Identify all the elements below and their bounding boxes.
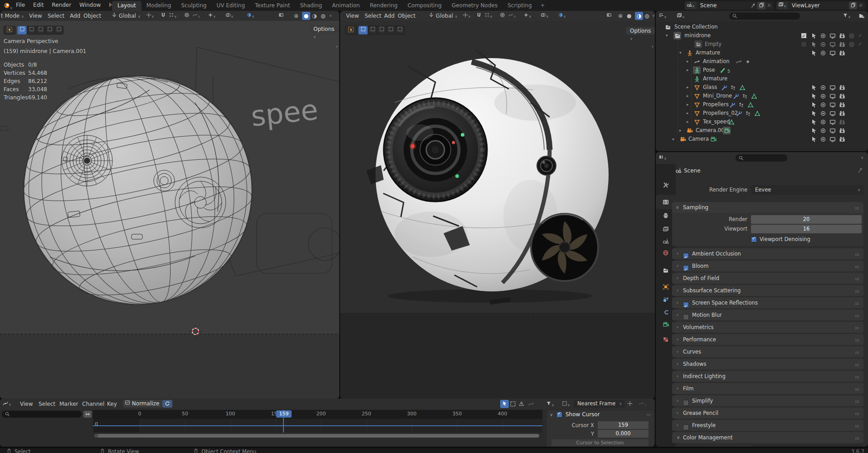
selectable-icon[interactable] (811, 102, 817, 108)
panel-grip-icon[interactable] (854, 289, 860, 294)
panel-grip-icon[interactable] (854, 423, 860, 429)
holdout-icon[interactable] (848, 41, 855, 48)
xray-toggle[interactable] (278, 11, 284, 21)
section-motion-blur[interactable]: ›Motion Blur (672, 310, 863, 320)
xray-toggle[interactable] (606, 11, 612, 21)
expand-channels-button[interactable]: ↔ (83, 411, 92, 418)
tab-object[interactable] (663, 284, 669, 291)
panel-grip-icon[interactable] (854, 411, 860, 417)
hide-viewport-icon[interactable] (820, 41, 826, 48)
expand-icon[interactable]: ▸ (687, 92, 689, 100)
editor-type-dropdown[interactable]: ∨ (658, 154, 667, 161)
tab-render[interactable] (663, 199, 669, 206)
hide-viewport-icon[interactable] (820, 84, 826, 91)
section-film[interactable]: ›Film (672, 383, 863, 394)
view-menu[interactable]: View (29, 11, 42, 21)
expand-icon[interactable]: ▾ (679, 49, 682, 57)
select-box-tool-button[interactable] (358, 26, 368, 34)
tab-scripting[interactable]: Scripting (502, 1, 536, 11)
select-subtract-tool-button[interactable] (377, 26, 386, 34)
panel-grip-icon[interactable] (854, 374, 860, 380)
rendered-canvas[interactable] (340, 21, 655, 399)
hide-viewport-icon[interactable] (820, 128, 826, 134)
tab-object-data[interactable] (663, 321, 669, 328)
overlays-dropdown[interactable]: ∨ (541, 11, 549, 21)
expand-icon[interactable]: ▾ (666, 31, 668, 40)
outliner-row-camera[interactable]: ▸ Camera (656, 135, 868, 143)
outliner-row-propellers[interactable]: ▸ Propellers (656, 100, 868, 109)
section-checkbox[interactable] (683, 400, 689, 406)
expand-icon[interactable]: ▸ (687, 57, 689, 66)
editor-type-dropdown[interactable]: ∨ (2, 400, 11, 407)
tab-sculpting[interactable]: Sculpting (176, 1, 211, 11)
section-shadows[interactable]: ›Shadows (672, 359, 863, 369)
view-menu[interactable]: View (20, 399, 33, 409)
outliner-row-mini-drone[interactable]: ▸ Mini_Drone (656, 92, 868, 100)
new-collection-button[interactable] (858, 13, 865, 20)
hide-viewport-icon[interactable] (820, 119, 826, 125)
section-checkbox[interactable] (683, 253, 689, 259)
shading-dropdown[interactable]: ∨ (558, 11, 566, 21)
snap-mode-dropdown[interactable]: Nearest Frame ∨ (574, 400, 624, 408)
tab-output[interactable] (663, 212, 669, 219)
disable-viewports-icon[interactable] (829, 136, 836, 143)
section-volumetrics[interactable]: ›Volumetrics (672, 322, 863, 333)
selectable-icon[interactable] (811, 119, 817, 125)
menu-window[interactable]: Window (75, 0, 105, 11)
selectable-icon[interactable] (811, 93, 817, 99)
snap-toggle[interactable] (476, 11, 482, 21)
outliner-row-minidrone[interactable]: ▾ minidrone ✓ (656, 31, 868, 40)
normalize-toggle[interactable]: Normalize (123, 400, 163, 408)
only-selected-filter-button[interactable] (500, 400, 509, 408)
select-extend-tool-button[interactable] (368, 26, 377, 34)
expand-icon[interactable]: ▸ (687, 118, 689, 126)
tab-texture-paint[interactable]: Texture Paint (250, 1, 295, 11)
panel-grip-icon[interactable] (854, 264, 860, 270)
tab-tool[interactable] (663, 182, 669, 189)
selectable-icon[interactable] (811, 41, 817, 48)
viewport-rendered[interactable]: View Select Add Object Global ∨ ∨ ∨ ∨ ∨ … (340, 11, 655, 399)
disable-render-icon[interactable] (839, 50, 845, 56)
outliner-row-animation[interactable]: ▸ Animation (656, 57, 868, 66)
fcurve-line[interactable] (93, 425, 542, 426)
expand-icon[interactable]: ▸ (679, 126, 682, 135)
selectable-icon[interactable] (811, 136, 817, 143)
properties-options-chevron[interactable]: ∨ (861, 156, 863, 160)
disable-viewports-icon[interactable] (829, 41, 836, 48)
outliner-filter-id-dropdown[interactable]: ∨ (677, 13, 685, 20)
proportional-editing-toggle[interactable] (500, 11, 505, 21)
section-depth-of-field[interactable]: ›Depth of Field (672, 273, 863, 284)
tab-animation[interactable]: Animation (327, 1, 365, 11)
section-bloom[interactable]: ›Bloom (672, 261, 863, 271)
sampling-panel-header[interactable]: ∨ Sampling (672, 202, 863, 213)
panel-grip-icon[interactable] (854, 350, 860, 355)
hide-viewport-icon[interactable] (820, 136, 826, 143)
display-device-dropdown-partial[interactable] (751, 445, 862, 447)
section-color-management[interactable]: ∨Color Management (672, 432, 863, 443)
channel-search-input[interactable] (2, 411, 82, 418)
viewport-denoising-checkbox[interactable] (751, 236, 757, 242)
add-menu[interactable]: Add (70, 11, 80, 21)
auto-normalize-refresh-button[interactable] (162, 400, 172, 408)
menu-file[interactable]: File (12, 0, 29, 11)
tweak-tool-button[interactable] (4, 26, 15, 34)
hide-viewport-icon[interactable] (820, 93, 826, 99)
add-menu[interactable]: Add (384, 11, 395, 21)
select-invert-tool-button[interactable] (386, 26, 395, 34)
selectable-icon[interactable] (811, 128, 817, 134)
selectable-icon[interactable] (811, 110, 817, 117)
sidebar-collapse-arrow[interactable]: ‹ (336, 44, 338, 49)
viewlayer-browse-icon[interactable]: ∨ (776, 1, 788, 10)
panel-grip-icon[interactable] (854, 301, 860, 306)
normalize-curves-icon[interactable] (528, 401, 534, 408)
wireframe-canvas[interactable]: spee (0, 21, 339, 399)
panel-grip-icon[interactable] (854, 399, 860, 404)
tab-physics[interactable] (663, 296, 669, 303)
marker-menu[interactable]: Marker (59, 399, 78, 409)
expand-icon[interactable]: ▸ (687, 66, 689, 74)
view-menu[interactable]: View (346, 11, 359, 21)
blender-logo-icon[interactable]: ∨ (3, 2, 13, 10)
selectable-icon[interactable] (811, 50, 817, 56)
graph-plot-area[interactable]: 0 (93, 419, 542, 433)
expand-icon[interactable]: ▸ (687, 100, 689, 109)
